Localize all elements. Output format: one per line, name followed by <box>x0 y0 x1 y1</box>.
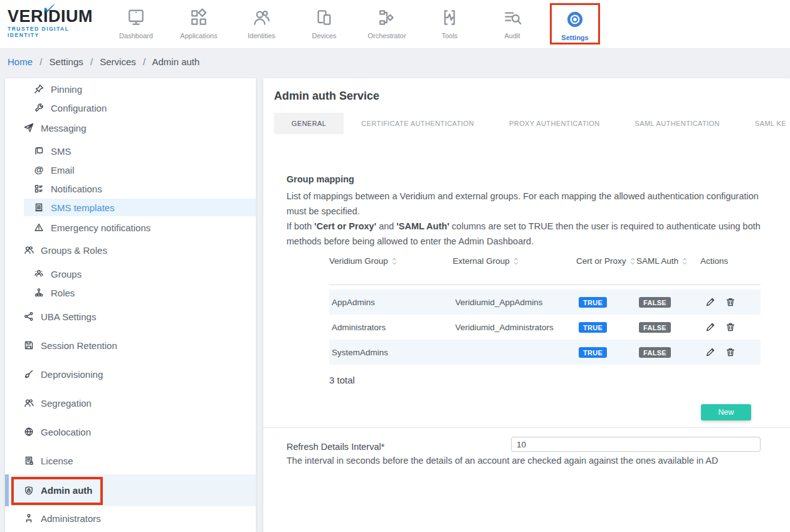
nav-item-dashboard[interactable]: Dashboard <box>105 3 167 44</box>
column-header-cert-or-proxy[interactable]: Cert or Proxy <box>576 255 636 266</box>
status-badge-false: FALSE <box>639 322 671 333</box>
sort-icon[interactable] <box>629 257 636 266</box>
warning-icon <box>33 222 45 232</box>
admin-person-icon <box>23 513 34 523</box>
nav-label: Dashboard <box>119 32 153 39</box>
users-icon <box>23 245 34 255</box>
sidebar-item-uba-settings[interactable]: UBA Settings <box>5 307 256 326</box>
nav-item-audit[interactable]: Audit <box>481 3 544 44</box>
cell-veridium-group: SystemAdmins <box>329 348 453 357</box>
column-label: External Group <box>453 256 510 266</box>
sidebar-item-label: License <box>41 456 73 466</box>
nav-label: Audit <box>504 32 520 39</box>
nav-label: Applications <box>180 32 217 39</box>
list-icon <box>33 184 45 194</box>
sidebar-item-geolocation[interactable]: Geolocation <box>5 422 256 441</box>
column-header-saml-auth[interactable]: SAML Auth <box>636 255 700 266</box>
sidebar-item-groups-roles[interactable]: Groups & Roles <box>5 241 256 259</box>
group-icon <box>33 269 45 279</box>
sort-icon[interactable] <box>513 257 519 266</box>
breadcrumb: Home / Settings / Services / Admin auth <box>8 56 199 67</box>
desc2-mid: and <box>376 221 396 231</box>
sidebar-item-label: Admin auth <box>41 485 93 496</box>
sort-icon[interactable] <box>391 257 398 266</box>
sidebar-item-pinning[interactable]: Pinning <box>5 80 256 98</box>
column-header-external-group[interactable]: External Group <box>453 255 576 266</box>
delete-icon[interactable] <box>725 347 735 357</box>
cell-veridium-group: AppAdmins <box>329 298 453 307</box>
refresh-interval-input[interactable] <box>511 437 761 452</box>
edit-icon[interactable] <box>705 347 715 357</box>
logo-tagline: TRUSTED DIGITAL IDENTITY <box>8 26 102 38</box>
nav-item-orchestrator[interactable]: Orchestrator <box>356 3 418 44</box>
column-header-veridium-group[interactable]: Veridium Group <box>329 255 453 266</box>
sidebar-item-email[interactable]: @ Email <box>5 160 256 179</box>
edit-icon[interactable] <box>705 297 715 307</box>
sidebar-item-roles[interactable]: Roles <box>5 283 256 302</box>
column-label: Veridium Group <box>329 256 388 266</box>
broom-icon <box>23 369 34 379</box>
devices-icon <box>314 6 334 29</box>
nav-item-applications[interactable]: Applications <box>167 3 230 44</box>
sidebar-item-label: SMS <box>51 146 71 157</box>
desc2-saml-auth: 'SAML Auth' <box>396 221 449 231</box>
sidebar-item-emergency-notifications[interactable]: Emergency notifications <box>5 218 256 237</box>
tab-bar: GENERAL CERTIFICATE AUTHENTICATION PROXY… <box>274 113 790 134</box>
primary-nav: Dashboard Applications Identities Device… <box>105 3 606 44</box>
tab-general[interactable]: GENERAL <box>274 113 344 134</box>
breadcrumb-settings[interactable]: Settings <box>50 56 83 67</box>
sidebar-item-session-retention[interactable]: Session Retention <box>5 336 256 355</box>
nav-item-settings[interactable]: Settings <box>550 3 600 44</box>
nav-item-tools[interactable]: Tools <box>418 3 481 44</box>
breadcrumb-home-link[interactable]: Home <box>8 56 33 67</box>
column-label: Actions <box>700 256 728 266</box>
breadcrumb-current: Admin auth <box>152 56 199 67</box>
new-button[interactable]: New <box>701 404 751 420</box>
edit-icon[interactable] <box>705 322 715 332</box>
cell-external-group: Veridiumid_Administrators <box>453 323 576 332</box>
sidebar-item-label: Roles <box>51 288 75 298</box>
sidebar-item-label: Groups & Roles <box>41 245 107 256</box>
sidebar-item-deprovisioning[interactable]: Deprovisioning <box>5 365 256 383</box>
send-icon <box>23 123 34 133</box>
tab-saml-keys[interactable]: SAML KE <box>737 113 790 134</box>
sidebar-item-sms[interactable]: SMS <box>5 142 256 160</box>
network-icon <box>23 311 34 321</box>
tab-saml-authentication[interactable]: SAML AUTHENTICATION <box>618 113 737 134</box>
sidebar-item-sms-templates[interactable]: SMS templates <box>24 199 256 216</box>
main-content: Admin auth Service GENERAL CERTIFICATE A… <box>263 78 790 532</box>
tab-proxy-authentication[interactable]: PROXY AUTHENTICATION <box>492 113 618 134</box>
status-badge-true: TRUE <box>579 297 607 308</box>
delete-icon[interactable] <box>725 297 735 307</box>
sidebar-item-label: Messaging <box>41 123 87 133</box>
sidebar-item-administrators[interactable]: Administrators <box>5 509 256 528</box>
nav-item-devices[interactable]: Devices <box>293 3 356 44</box>
logo-check-icon <box>43 4 56 14</box>
tab-certificate-authentication[interactable]: CERTIFICATE AUTHENTICATION <box>344 113 492 134</box>
sort-icon[interactable] <box>682 257 688 266</box>
group-mapping-description: List of mappings between a Veridium and … <box>287 189 766 249</box>
breadcrumb-services[interactable]: Services <box>100 56 136 67</box>
orchestrator-icon <box>377 6 397 29</box>
breadcrumb-separator: / <box>40 56 42 67</box>
sidebar-item-configuration[interactable]: Configuration <box>5 98 256 117</box>
sidebar-item-license[interactable]: License <box>5 451 256 470</box>
column-label: SAML Auth <box>636 256 678 266</box>
sidebar-item-notifications[interactable]: Notifications <box>5 179 256 198</box>
sidebar-item-label: Groups <box>51 269 82 279</box>
nav-item-identities[interactable]: Identities <box>230 3 293 44</box>
section-divider <box>263 427 790 428</box>
users-icon <box>23 398 34 408</box>
sidebar-item-groups[interactable]: Groups <box>5 264 256 283</box>
sidebar-item-label: Geolocation <box>41 427 91 437</box>
monitor-icon <box>126 6 146 29</box>
sidebar-item-label: Segregation <box>41 398 92 409</box>
status-badge-true: TRUE <box>579 322 607 333</box>
identities-icon <box>251 6 271 29</box>
sidebar-item-messaging[interactable]: Messaging <box>5 118 256 137</box>
sidebar-item-label: Administrators <box>41 513 101 524</box>
delete-icon[interactable] <box>725 322 735 332</box>
sidebar-item-admin-auth[interactable]: Admin auth <box>5 474 256 506</box>
applications-icon <box>189 6 209 29</box>
sidebar-item-segregation[interactable]: Segregation <box>5 394 256 412</box>
